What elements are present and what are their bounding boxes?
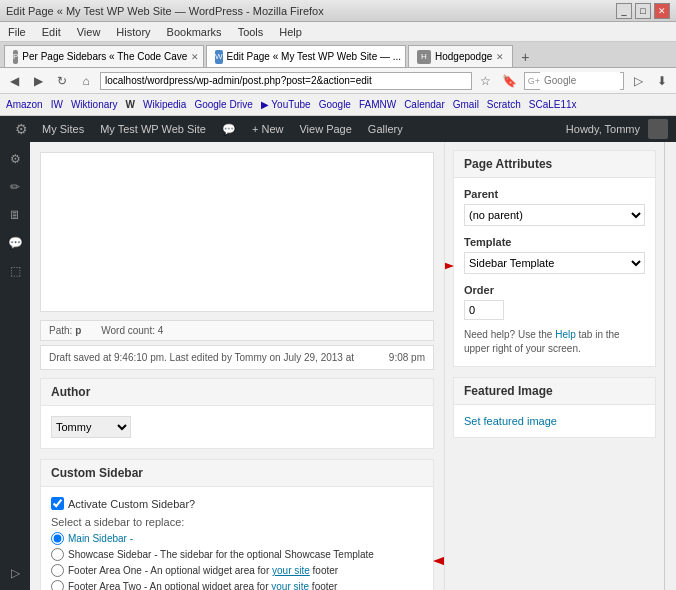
wp-logo[interactable]: ⚙: [8, 116, 34, 142]
template-row: Sidebar Template: [464, 252, 645, 274]
nav-bar: ◀ ▶ ↻ ⌂ ☆ 🔖 G+ ▷ ⬇: [0, 68, 676, 94]
wp-new-button[interactable]: + New: [244, 116, 292, 142]
wp-sidebar-icon-expand[interactable]: ▷: [2, 560, 28, 586]
wp-site-name[interactable]: My Test WP Web Site: [92, 116, 214, 142]
tab-close-icon[interactable]: ✕: [191, 52, 199, 62]
reload-button[interactable]: ↻: [52, 71, 72, 91]
bookmark-google-drive[interactable]: Google Drive: [194, 99, 252, 110]
minimize-button[interactable]: _: [616, 3, 632, 19]
wp-right-section: Howdy, Tommy: [558, 119, 668, 139]
wp-my-sites[interactable]: My Sites: [34, 116, 92, 142]
page-attributes-box: Page Attributes Parent (no parent) Templ…: [453, 150, 656, 367]
admin-avatar[interactable]: [648, 119, 668, 139]
nav-download-icon[interactable]: ⬇: [652, 71, 672, 91]
author-select[interactable]: Tommy: [51, 416, 131, 438]
back-button[interactable]: ◀: [4, 71, 24, 91]
wp-view-page[interactable]: View Page: [291, 116, 359, 142]
set-featured-image-link[interactable]: Set featured image: [464, 415, 557, 427]
order-label: Order: [464, 284, 645, 296]
wp-left-sidebar: ⚙ ✏ 🗏 💬 ⬚ ▷: [0, 142, 30, 590]
window-title: Edit Page « My Test WP Web Site — WordPr…: [6, 5, 324, 17]
howdy-text: Howdy, Tommy: [558, 123, 648, 135]
editor-panel: Path: p Word count: 4 Draft saved at 9:4…: [30, 142, 444, 590]
select-sidebar-label: Select a sidebar to replace:: [51, 516, 423, 528]
nav-star-icon[interactable]: ☆: [476, 71, 496, 91]
bookmark-scale11x[interactable]: SCaLE11x: [529, 99, 577, 110]
menu-bar: File Edit View History Bookmarks Tools H…: [0, 22, 676, 42]
bookmark-youtube[interactable]: ▶ YouTube: [261, 99, 311, 110]
custom-sidebar-content: Activate Custom Sidebar? Select a sideba…: [41, 487, 433, 590]
activate-checkbox-label: Activate Custom Sidebar?: [51, 497, 423, 510]
custom-sidebar-box: Custom Sidebar Activate Custom Sidebar? …: [40, 459, 434, 590]
bookmark-wikipedia[interactable]: Wikipedia: [143, 99, 186, 110]
wp-gallery[interactable]: Gallery: [360, 116, 411, 142]
editor-main[interactable]: [40, 152, 434, 312]
maximize-button[interactable]: □: [635, 3, 651, 19]
featured-image-header[interactable]: Featured Image: [454, 378, 655, 405]
nav-arrow-icon[interactable]: ▷: [628, 71, 648, 91]
svg-marker-1: [444, 255, 454, 277]
tab-hodgepodge[interactable]: H Hodgepodge ✕: [408, 45, 513, 67]
search-provider-icon: G+: [528, 76, 540, 86]
wp-sidebar-icon-3[interactable]: 🗏: [2, 202, 28, 228]
radio-footer-area-one[interactable]: Footer Area One - An optional widget are…: [51, 564, 423, 577]
radio-footer-area-two[interactable]: Footer Area Two - An optional widget are…: [51, 580, 423, 590]
tab-close-active-icon[interactable]: ✕: [405, 52, 406, 62]
wp-sidebar-icon-4[interactable]: 💬: [2, 230, 28, 256]
nav-bookmark-icon[interactable]: 🔖: [500, 71, 520, 91]
bookmark-scratch[interactable]: Scratch: [487, 99, 521, 110]
page-attributes-header[interactable]: Page Attributes: [454, 151, 655, 178]
wp-sidebar-icon-1[interactable]: ⚙: [2, 146, 28, 172]
bookmark-google[interactable]: Google: [319, 99, 351, 110]
path-info: Path: p Word count: 4: [40, 320, 434, 341]
parent-select[interactable]: (no parent): [464, 204, 645, 226]
help-link[interactable]: Help: [555, 329, 576, 340]
bookmark-iw[interactable]: IW: [51, 99, 63, 110]
menu-view[interactable]: View: [73, 24, 105, 40]
menu-tools[interactable]: Tools: [234, 24, 268, 40]
wp-comments-icon[interactable]: 💬: [214, 116, 244, 142]
bookmark-calendar[interactable]: Calendar: [404, 99, 445, 110]
menu-edit[interactable]: Edit: [38, 24, 65, 40]
forward-button[interactable]: ▶: [28, 71, 48, 91]
word-count: Word count: 4: [101, 325, 163, 336]
radio-main-sidebar[interactable]: Main Sidebar -: [51, 532, 423, 545]
tab-edit-page[interactable]: W Edit Page « My Test WP Web Site — ... …: [206, 45, 406, 67]
path-label: Path: p: [49, 325, 81, 336]
draft-time: 9:08 pm: [389, 352, 425, 363]
bookmark-famnw[interactable]: FAMNW: [359, 99, 396, 110]
tab-code-cave[interactable]: P Per Page Sidebars « The Code Cave ✕: [4, 45, 204, 67]
bookmark-w[interactable]: W: [126, 99, 135, 110]
author-box-content: Tommy: [41, 406, 433, 448]
new-tab-button[interactable]: +: [515, 47, 535, 67]
address-bar[interactable]: [100, 72, 472, 90]
activate-checkbox[interactable]: [51, 497, 64, 510]
template-select[interactable]: Sidebar Template: [464, 252, 645, 274]
content-area: Path: p Word count: 4 Draft saved at 9:4…: [30, 142, 676, 590]
tab-close-hodge-icon[interactable]: ✕: [496, 52, 504, 62]
menu-history[interactable]: History: [112, 24, 154, 40]
page-attributes-content: Parent (no parent) Template Sidebar Temp…: [454, 178, 655, 366]
bookmark-amazon[interactable]: Amazon: [6, 99, 43, 110]
custom-sidebar-header[interactable]: Custom Sidebar: [41, 460, 433, 487]
scrollbar[interactable]: [664, 142, 676, 590]
home-button[interactable]: ⌂: [76, 71, 96, 91]
bookmark-wiktionary[interactable]: Wiktionary: [71, 99, 118, 110]
menu-bookmarks[interactable]: Bookmarks: [163, 24, 226, 40]
wp-sidebar-icon-2[interactable]: ✏: [2, 174, 28, 200]
order-input[interactable]: [464, 300, 504, 320]
menu-help[interactable]: Help: [275, 24, 306, 40]
menu-file[interactable]: File: [4, 24, 30, 40]
window-controls: _ □ ✕: [616, 3, 670, 19]
bookmark-gmail[interactable]: Gmail: [453, 99, 479, 110]
wp-sidebar-icon-5[interactable]: ⬚: [2, 258, 28, 284]
svg-marker-0: [433, 546, 444, 576]
radio-showcase-sidebar[interactable]: Showcase Sidebar - The sidebar for the o…: [51, 548, 423, 561]
close-button[interactable]: ✕: [654, 3, 670, 19]
parent-label: Parent: [464, 188, 645, 200]
title-bar: Edit Page « My Test WP Web Site — WordPr…: [0, 0, 676, 22]
author-box-header[interactable]: Author: [41, 379, 433, 406]
sidebar-options-container: Select a sidebar to replace: Main Sideba…: [51, 516, 423, 590]
search-input[interactable]: [540, 72, 620, 90]
red-arrow-left: [433, 546, 444, 576]
